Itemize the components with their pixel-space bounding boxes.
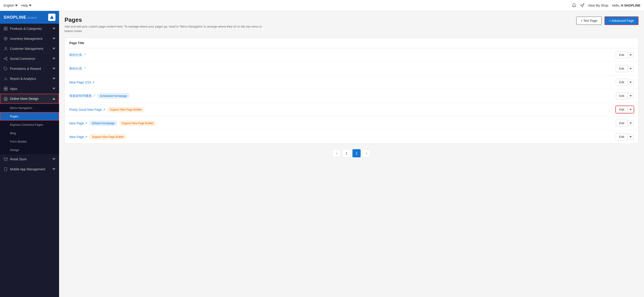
row-title: New Page 2/14 ↗	[69, 81, 616, 84]
new-page-builder-badge: Support New Page Builder	[107, 107, 144, 112]
edit-dropdown-button[interactable]	[628, 80, 634, 85]
view-shop-link[interactable]: View My Shop	[588, 4, 608, 7]
advanced-page-button[interactable]: + Advanced Page	[604, 16, 638, 25]
edit-button[interactable]: Edit	[616, 133, 628, 140]
page-link[interactable]: New Page ↗	[69, 135, 88, 139]
edit-dropdown-button[interactable]	[628, 94, 634, 99]
row-actions: Edit	[616, 79, 634, 86]
page-link[interactable]: New Page 2/14 ↗	[69, 81, 95, 84]
svg-rect-4	[6, 29, 7, 30]
edit-dropdown-button[interactable]	[628, 134, 634, 139]
edit-button[interactable]: Edit	[616, 51, 628, 59]
page-link[interactable]: New Page ↗	[69, 121, 88, 125]
sidebar-sub-item-design[interactable]: Design	[0, 146, 59, 154]
chevron-icon	[52, 37, 56, 40]
logo-icon	[48, 14, 56, 21]
chevron-up-icon	[52, 97, 56, 100]
apps-icon	[4, 87, 8, 91]
sidebar-sub-item-form-builder[interactable]: Form Builder	[0, 137, 59, 146]
new-page-builder-badge: Support New Page Builder	[119, 121, 156, 126]
pages-table: Page Title 新的分頁 ↗ Edit	[64, 38, 638, 144]
svg-rect-16	[6, 87, 8, 89]
sidebar-item-online-store[interactable]: Online Store Design	[0, 94, 59, 104]
sidebar-item-label: Customer Management	[10, 47, 50, 51]
page-link[interactable]: 新的分頁 ↗	[69, 53, 86, 57]
svg-rect-18	[6, 89, 8, 91]
sidebar-item-promotions[interactable]: Promotions & Reward	[0, 64, 59, 74]
edit-dropdown-button[interactable]	[628, 121, 634, 126]
sidebar: SHOPLINE ADMIN Products & Categories Inv…	[0, 11, 59, 297]
svg-rect-2	[6, 27, 7, 28]
edit-button[interactable]: Edit	[616, 106, 628, 113]
sidebar-item-apps[interactable]: Apps	[0, 84, 59, 94]
language-dropdown[interactable]: English	[4, 4, 18, 7]
svg-rect-15	[4, 87, 6, 89]
page-2-button[interactable]: 2	[352, 149, 361, 157]
svg-line-10	[5, 58, 6, 59]
sidebar-item-customer[interactable]: Customer Management	[0, 44, 59, 54]
default-homepage-badge: Default Homepage	[89, 121, 117, 126]
chevron-down-icon	[15, 4, 18, 7]
page-title-block: Pages Add and edit your custom page cont…	[64, 16, 269, 33]
sidebar-item-label: Retail Store	[10, 157, 50, 161]
edit-dropdown-button[interactable]	[628, 53, 634, 58]
table-row: New Page ↗ Support New Page Builder Edit	[65, 130, 638, 144]
chevron-down-icon	[630, 68, 632, 69]
row-actions: Edit	[616, 92, 634, 99]
page-link[interactable]: 新的分頁 ↗	[69, 67, 86, 71]
svg-point-7	[4, 58, 5, 59]
chevron-icon	[52, 47, 56, 50]
edit-button[interactable]: Edit	[616, 79, 628, 86]
sidebar-item-mobile[interactable]: Mobile App Management	[0, 164, 59, 174]
edit-dropdown-button[interactable]	[628, 66, 634, 71]
user-icon	[4, 47, 8, 51]
sidebar-item-label: Inventory Management	[10, 37, 50, 41]
row-actions: Edit	[616, 51, 634, 59]
edit-button[interactable]: Edit	[616, 120, 628, 127]
chevron-icon	[52, 67, 56, 70]
store-icon	[4, 97, 8, 101]
page-link[interactable]: Pretty Good New Page ↗	[69, 108, 106, 111]
edit-dropdown-button[interactable]	[628, 107, 634, 112]
sidebar-sub-label: Pages	[10, 115, 18, 118]
svg-point-8	[6, 59, 7, 61]
mobile-icon	[4, 167, 8, 171]
topbar-right: View My Shop Hello, H SHOPLINE	[572, 3, 640, 8]
row-title: Pretty Good New Page ↗ Support New Page …	[69, 107, 616, 112]
sidebar-item-social[interactable]: Social Commerce	[0, 54, 59, 64]
text-page-button[interactable]: + Text Page	[576, 17, 602, 25]
pagination: ‹ 1 2 ›	[64, 144, 638, 163]
triangle-icon	[50, 15, 54, 20]
sidebar-sub-label: Design	[10, 148, 19, 152]
help-dropdown[interactable]: Help	[21, 4, 32, 7]
edit-button[interactable]: Edit	[616, 92, 628, 99]
chevron-down-icon	[630, 136, 632, 138]
sidebar-sub-item-menu-nav[interactable]: Menu Navigation	[0, 104, 59, 112]
sidebar-item-retail[interactable]: Retail Store	[0, 154, 59, 164]
svg-rect-1	[4, 27, 5, 28]
megaphone-icon[interactable]	[580, 3, 584, 8]
svg-point-5	[5, 47, 6, 49]
page-link[interactable]: 母親節快閃優惠 ↗	[69, 94, 96, 98]
logo-sub: ADMIN	[27, 17, 37, 19]
chevron-down-icon	[630, 123, 632, 124]
row-title: New Page ↗ Support New Page Builder	[69, 134, 616, 139]
page-1-button[interactable]: 1	[342, 149, 351, 157]
sidebar-sub-item-blog[interactable]: Blog	[0, 129, 59, 137]
logo-brand: SHOPLINE	[4, 15, 26, 20]
next-page-button[interactable]: ›	[362, 149, 371, 157]
sidebar-sub-item-pages[interactable]: Pages	[0, 112, 59, 121]
edit-button[interactable]: Edit	[616, 65, 628, 72]
chevron-down-icon	[29, 4, 32, 7]
page-header: Pages Add and edit your custom page cont…	[64, 16, 638, 33]
prev-page-button[interactable]: ‹	[332, 149, 341, 157]
sidebar-sub-item-express[interactable]: Express Checkout Pages	[0, 121, 59, 129]
sidebar-item-report[interactable]: Report & Analytics	[0, 74, 59, 84]
bell-icon[interactable]	[572, 3, 576, 8]
sidebar-item-label: Mobile App Management	[10, 167, 50, 171]
sidebar-item-inventory[interactable]: Inventory Management	[0, 34, 59, 44]
sidebar-item-label: Apps	[10, 87, 50, 91]
tag-icon	[4, 67, 8, 71]
sidebar-item-products[interactable]: Products & Categories	[0, 24, 59, 34]
chevron-down-icon	[630, 95, 632, 97]
